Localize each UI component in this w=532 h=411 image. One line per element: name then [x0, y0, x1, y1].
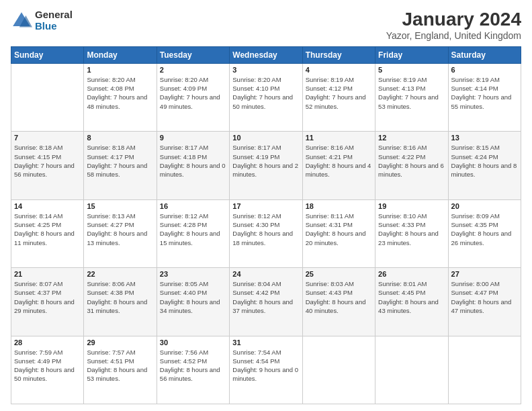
- title-block: January 2024 Yazor, England, United King…: [386, 9, 521, 41]
- day-number: 14: [14, 202, 81, 210]
- sunset: Sunset: 4:10 PM: [232, 85, 279, 92]
- day-info: Sunrise: 7:56 AM Sunset: 4:52 PM Dayligh…: [160, 348, 226, 383]
- day-info: Sunrise: 8:17 AM Sunset: 4:18 PM Dayligh…: [160, 143, 226, 179]
- sunrise: Sunrise: 8:09 AM: [451, 212, 500, 220]
- day-info: Sunrise: 8:11 AM Sunset: 4:31 PM Dayligh…: [306, 212, 372, 247]
- sunset: Sunset: 4:40 PM: [160, 289, 207, 296]
- week-row-1: 1 Sunrise: 8:20 AM Sunset: 4:08 PM Dayli…: [11, 63, 521, 131]
- calendar-cell-1-5: 12 Sunrise: 8:16 AM Sunset: 4:22 PM Dayl…: [375, 132, 448, 199]
- day-number: 20: [451, 202, 518, 210]
- daylight: Daylight: 8 hours and 37 minutes.: [232, 298, 293, 314]
- sunrise: Sunrise: 8:04 AM: [232, 280, 281, 287]
- sunrise: Sunrise: 7:57 AM: [87, 349, 135, 356]
- logo-text: General Blue: [35, 9, 73, 32]
- sunrise: Sunrise: 8:06 AM: [87, 280, 135, 287]
- day-info: Sunrise: 8:05 AM Sunset: 4:40 PM Dayligh…: [160, 279, 226, 315]
- header-saturday: Saturday: [448, 46, 521, 63]
- day-info: Sunrise: 8:18 AM Sunset: 4:17 PM Dayligh…: [87, 143, 153, 179]
- sunrise: Sunrise: 8:15 AM: [451, 144, 500, 151]
- daylight: Daylight: 8 hours and 8 minutes.: [451, 162, 517, 178]
- day-info: Sunrise: 8:14 AM Sunset: 4:25 PM Dayligh…: [14, 212, 81, 247]
- sunset: Sunset: 4:08 PM: [87, 85, 134, 92]
- sunrise: Sunrise: 8:07 AM: [14, 280, 62, 287]
- day-number: 25: [306, 270, 372, 278]
- header: General Blue January 2024 Yazor, England…: [11, 9, 521, 41]
- sunrise: Sunrise: 7:56 AM: [160, 349, 208, 356]
- calendar-cell-3-2: 23 Sunrise: 8:05 AM Sunset: 4:40 PM Dayl…: [157, 268, 229, 336]
- calendar-cell-2-1: 15 Sunrise: 8:13 AM Sunset: 4:27 PM Dayl…: [84, 199, 157, 267]
- day-info: Sunrise: 7:57 AM Sunset: 4:51 PM Dayligh…: [87, 348, 153, 383]
- daylight: Daylight: 8 hours and 23 minutes.: [378, 230, 439, 246]
- calendar-cell-3-3: 24 Sunrise: 8:04 AM Sunset: 4:42 PM Dayl…: [230, 268, 302, 336]
- sunrise: Sunrise: 8:19 AM: [378, 76, 427, 83]
- day-info: Sunrise: 8:03 AM Sunset: 4:43 PM Dayligh…: [306, 279, 372, 315]
- daylight: Daylight: 8 hours and 2 minutes.: [232, 162, 298, 178]
- daylight: Daylight: 8 hours and 6 minutes.: [378, 162, 444, 178]
- daylight: Daylight: 8 hours and 18 minutes.: [232, 230, 293, 246]
- calendar-cell-0-4: 4 Sunrise: 8:19 AM Sunset: 4:12 PM Dayli…: [302, 63, 375, 131]
- calendar-cell-1-3: 10 Sunrise: 8:17 AM Sunset: 4:19 PM Dayl…: [230, 132, 302, 199]
- sunset: Sunset: 4:17 PM: [87, 153, 134, 161]
- sunset: Sunset: 4:52 PM: [160, 357, 207, 365]
- daylight: Daylight: 8 hours and 0 minutes.: [160, 162, 226, 178]
- calendar-cell-1-1: 8 Sunrise: 8:18 AM Sunset: 4:17 PM Dayli…: [84, 132, 157, 199]
- sunrise: Sunrise: 8:19 AM: [451, 76, 500, 83]
- daylight: Daylight: 8 hours and 34 minutes.: [160, 298, 220, 314]
- sunset: Sunset: 4:27 PM: [87, 221, 134, 228]
- sunrise: Sunrise: 8:20 AM: [232, 76, 281, 83]
- calendar-cell-3-6: 27 Sunrise: 8:00 AM Sunset: 4:47 PM Dayl…: [448, 268, 521, 336]
- day-number: 1: [87, 66, 153, 74]
- calendar-cell-0-6: 6 Sunrise: 8:19 AM Sunset: 4:14 PM Dayli…: [448, 63, 521, 131]
- header-sunday: Sunday: [11, 46, 84, 63]
- sunrise: Sunrise: 8:05 AM: [160, 280, 208, 287]
- sunrise: Sunrise: 8:17 AM: [232, 144, 281, 151]
- daylight: Daylight: 8 hours and 13 minutes.: [87, 230, 147, 246]
- day-number: 4: [306, 66, 372, 74]
- week-row-5: 28 Sunrise: 7:59 AM Sunset: 4:49 PM Dayl…: [11, 336, 521, 404]
- day-info: Sunrise: 8:06 AM Sunset: 4:38 PM Dayligh…: [87, 279, 153, 315]
- daylight: Daylight: 8 hours and 15 minutes.: [160, 230, 220, 246]
- calendar-cell-2-4: 18 Sunrise: 8:11 AM Sunset: 4:31 PM Dayl…: [302, 199, 375, 267]
- daylight: Daylight: 8 hours and 40 minutes.: [306, 298, 366, 314]
- day-number: 27: [451, 270, 518, 278]
- daylight: Daylight: 7 hours and 50 minutes.: [232, 93, 293, 109]
- daylight: Daylight: 7 hours and 49 minutes.: [160, 93, 220, 109]
- calendar-cell-0-2: 2 Sunrise: 8:20 AM Sunset: 4:09 PM Dayli…: [157, 63, 229, 131]
- day-number: 11: [306, 134, 372, 142]
- sunset: Sunset: 4:24 PM: [451, 153, 498, 161]
- sunrise: Sunrise: 8:19 AM: [306, 76, 354, 83]
- day-number: 22: [87, 270, 153, 278]
- day-info: Sunrise: 8:17 AM Sunset: 4:19 PM Dayligh…: [232, 143, 299, 179]
- day-info: Sunrise: 8:20 AM Sunset: 4:09 PM Dayligh…: [160, 75, 226, 111]
- day-number: 7: [14, 134, 81, 142]
- day-number: 5: [378, 66, 445, 74]
- day-number: 2: [160, 66, 226, 74]
- logo-icon: [11, 10, 32, 32]
- calendar-cell-2-2: 16 Sunrise: 8:12 AM Sunset: 4:28 PM Dayl…: [157, 199, 229, 267]
- calendar-cell-3-0: 21 Sunrise: 8:07 AM Sunset: 4:37 PM Dayl…: [11, 268, 84, 336]
- sunset: Sunset: 4:38 PM: [87, 289, 134, 296]
- day-info: Sunrise: 8:20 AM Sunset: 4:08 PM Dayligh…: [87, 75, 153, 111]
- header-friday: Friday: [375, 46, 448, 63]
- daylight: Daylight: 8 hours and 4 minutes.: [306, 162, 371, 178]
- day-number: 13: [451, 134, 518, 142]
- calendar-cell-1-2: 9 Sunrise: 8:17 AM Sunset: 4:18 PM Dayli…: [157, 132, 229, 199]
- day-info: Sunrise: 8:12 AM Sunset: 4:30 PM Dayligh…: [232, 212, 299, 247]
- daylight: Daylight: 8 hours and 20 minutes.: [306, 230, 366, 246]
- weekday-header-row: Sunday Monday Tuesday Wednesday Thursday…: [11, 46, 521, 63]
- daylight: Daylight: 7 hours and 53 minutes.: [378, 93, 439, 109]
- day-info: Sunrise: 8:18 AM Sunset: 4:15 PM Dayligh…: [14, 143, 81, 179]
- calendar-cell-2-0: 14 Sunrise: 8:14 AM Sunset: 4:25 PM Dayl…: [11, 199, 84, 267]
- logo: General Blue: [11, 9, 73, 32]
- header-thursday: Thursday: [302, 46, 375, 63]
- sunrise: Sunrise: 8:12 AM: [232, 212, 281, 220]
- main-title: January 2024: [386, 9, 521, 30]
- calendar-cell-0-5: 5 Sunrise: 8:19 AM Sunset: 4:13 PM Dayli…: [375, 63, 448, 131]
- calendar-cell-3-5: 26 Sunrise: 8:01 AM Sunset: 4:45 PM Dayl…: [375, 268, 448, 336]
- calendar-cell-4-4: [302, 336, 375, 404]
- sunrise: Sunrise: 8:18 AM: [14, 144, 62, 151]
- calendar-cell-2-5: 19 Sunrise: 8:10 AM Sunset: 4:33 PM Dayl…: [375, 199, 448, 267]
- day-number: 8: [87, 134, 153, 142]
- day-info: Sunrise: 8:10 AM Sunset: 4:33 PM Dayligh…: [378, 212, 445, 247]
- calendar-table: Sunday Monday Tuesday Wednesday Thursday…: [11, 46, 521, 404]
